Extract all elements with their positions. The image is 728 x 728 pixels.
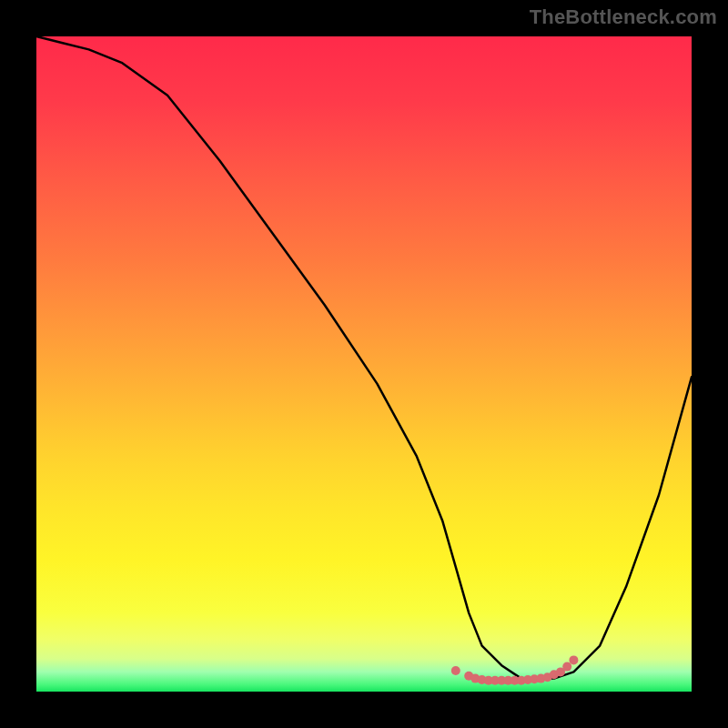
optimal-zone-dot	[562, 662, 571, 672]
optimal-zone-dot	[451, 666, 460, 675]
chart-svg	[36, 36, 692, 692]
optimal-zone-dot	[569, 655, 578, 664]
bottleneck-curve-path	[36, 36, 692, 679]
optimal-zone-dots	[451, 655, 579, 684]
attribution-text: TheBottleneck.com	[530, 5, 717, 29]
plot-area	[36, 36, 692, 692]
chart-frame: TheBottleneck.com	[0, 0, 728, 728]
